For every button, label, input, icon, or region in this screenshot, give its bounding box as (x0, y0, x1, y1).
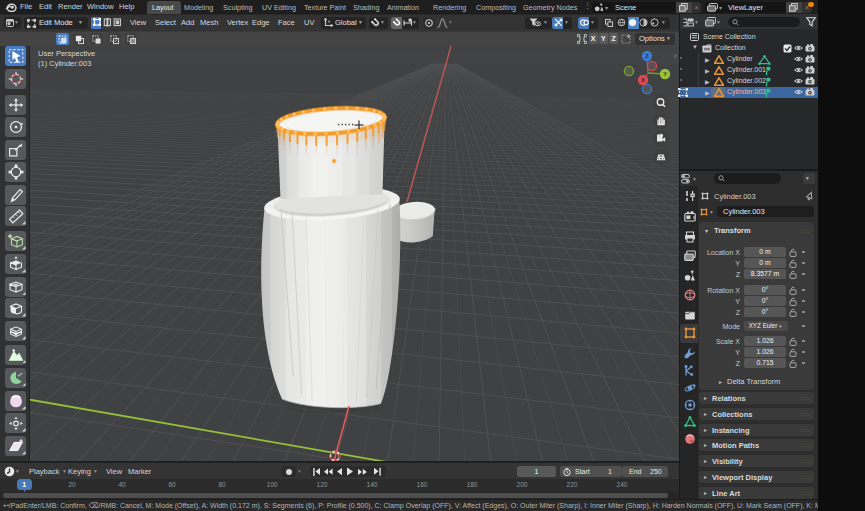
svg-text:(1) Cylinder:003: (1) Cylinder:003 (38, 59, 91, 68)
svg-text:User Perspective: User Perspective (38, 49, 95, 58)
svg-text:X: X (641, 77, 645, 83)
svg-text:‹: ‹ (674, 51, 677, 61)
svg-text:Y: Y (663, 71, 667, 77)
